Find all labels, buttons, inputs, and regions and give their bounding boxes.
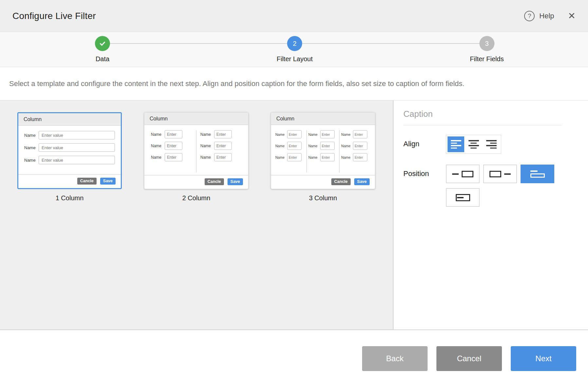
template-list: ColumnNameEnter valueNameEnter valueName…: [0, 100, 394, 329]
template-caption: 1 Column: [17, 194, 122, 202]
preview-header-label: Column: [24, 116, 42, 122]
preview-column: NameEnterNameEnterNameEnter: [339, 130, 372, 172]
preview-field-input: Enter: [165, 153, 182, 161]
preview-field-input: Enter: [353, 153, 367, 161]
template-card-2-column[interactable]: ColumnNameEnterNameEnterNameEnterNameEnt…: [144, 112, 248, 189]
preview-cancel-button: Cancle: [205, 178, 224, 186]
align-right-button[interactable]: [483, 136, 500, 152]
preview-body: NameEnterNameEnterNameEnterNameEnterName…: [271, 125, 375, 175]
preview-field-row: NameEnter: [200, 130, 242, 138]
preview-field-row: NameEnter: [151, 142, 192, 150]
preview-column: NameEnterNameEnterNameEnter: [274, 130, 306, 172]
field-rect-icon: [462, 171, 473, 177]
step-filter-fields[interactable]: 3Filter Fields: [470, 36, 504, 63]
preview-cancel-button: Cancle: [331, 178, 351, 186]
position-caption-inside-field-button[interactable]: [446, 188, 480, 207]
align-left-button[interactable]: [448, 136, 464, 152]
step-filter-layout[interactable]: 2Filter Layout: [277, 36, 313, 63]
preview-field-label: Name: [151, 155, 165, 160]
preview-field-label: Name: [275, 133, 287, 136]
step-circle-filter-layout: 2: [287, 36, 302, 51]
preview-field-row: NameEnter: [341, 142, 371, 150]
field-rect-icon: [530, 173, 545, 178]
preview-column: NameEnterNameEnterNameEnter: [306, 130, 340, 172]
step-data[interactable]: Data: [95, 36, 110, 63]
step-label: Filter Layout: [277, 55, 313, 63]
preview-field-row: NameEnter: [275, 130, 305, 138]
align-label: Align: [403, 135, 446, 148]
align-button-group: [446, 135, 501, 154]
help-label: Help: [539, 12, 554, 20]
preview-field-label: Name: [341, 133, 353, 136]
close-icon[interactable]: ✕: [568, 11, 576, 21]
preview-field-label: Name: [24, 158, 39, 163]
preview-column: NameEnterNameEnterNameEnter: [196, 130, 246, 172]
dialog-body: ColumnNameEnter valueNameEnter valueName…: [0, 100, 588, 329]
preview-field-row: NameEnter: [308, 153, 338, 161]
preview-field-row: NameEnter: [200, 142, 242, 150]
preview-field-label: Name: [151, 144, 165, 148]
preview-field-input: Enter value: [39, 131, 115, 139]
preview-header-label: Column: [276, 116, 294, 122]
preview-field-label: Name: [151, 132, 165, 137]
preview-field-label: Name: [308, 133, 320, 136]
preview-field-label: Name: [275, 155, 287, 159]
preview-footer: CancleSave: [144, 175, 248, 189]
position-caption-right-of-field-button[interactable]: [483, 165, 517, 183]
align-center-button[interactable]: [465, 136, 482, 152]
align-left-icon: [451, 140, 461, 149]
template-caption: 3 Column: [271, 194, 375, 202]
preview-field-label: Name: [341, 144, 353, 148]
step-number: 2: [293, 40, 296, 47]
preview-field-label: Name: [200, 144, 214, 148]
template-tile-2-column: ColumnNameEnterNameEnterNameEnterNameEnt…: [144, 112, 248, 202]
back-button[interactable]: Back: [362, 346, 428, 371]
preview-field-input: Enter: [165, 142, 182, 150]
preview-column: NameEnterNameEnterNameEnter: [147, 130, 196, 172]
preview-field-input: Enter: [214, 153, 232, 161]
preview-save-button: Save: [228, 178, 243, 186]
caption-above-icon: [530, 170, 545, 178]
template-card-1-column[interactable]: ColumnNameEnter valueNameEnter valueName…: [17, 112, 122, 189]
preview-field-row: NameEnter: [151, 130, 192, 138]
step-circle-data: [95, 36, 110, 51]
preview-field-input: Enter: [287, 153, 302, 161]
preview-field-label: Name: [308, 155, 320, 159]
caption-panel-divider: [403, 125, 562, 125]
preview-field-row: NameEnter value: [24, 143, 115, 152]
preview-field-input: Enter: [287, 142, 302, 150]
preview-field-row: NameEnter: [341, 130, 371, 138]
preview-field-input: Enter: [353, 142, 367, 150]
position-caption-above-field-button[interactable]: [521, 165, 554, 183]
template-caption: 2 Column: [144, 194, 248, 202]
preview-field-row: NameEnter: [151, 153, 192, 161]
preview-field-input: Enter: [214, 142, 232, 150]
position-caption-left-of-field-button[interactable]: [446, 165, 480, 183]
caption-panel: Caption Align Position: [394, 100, 588, 329]
preview-header: Column: [18, 113, 121, 126]
caption-dash-icon: [457, 197, 464, 198]
preview-field-input: Enter: [214, 130, 232, 138]
help-button[interactable]: ? Help: [524, 11, 554, 21]
next-button[interactable]: Next: [511, 346, 576, 371]
preview-save-button: Save: [100, 178, 116, 185]
preview-header: Column: [271, 113, 375, 125]
preview-footer: CancleSave: [271, 175, 375, 189]
preview-field-row: NameEnter: [341, 153, 371, 161]
preview-field-row: NameEnter: [200, 153, 242, 161]
caption-dash-icon: [452, 173, 459, 175]
preview-field-input: Enter: [320, 153, 335, 161]
align-center-icon: [469, 140, 479, 149]
preview-column: NameEnter valueNameEnter valueNameEnter …: [21, 131, 118, 172]
step-label: Filter Fields: [470, 55, 504, 63]
preview-cancel-button: Cancle: [77, 178, 97, 185]
template-card-3-column[interactable]: ColumnNameEnterNameEnterNameEnterNameEnt…: [271, 112, 375, 189]
preview-field-row: NameEnter: [308, 142, 338, 150]
preview-field-input: Enter: [165, 130, 182, 138]
cancel-button[interactable]: Cancel: [436, 346, 502, 371]
preview-field-input: Enter: [320, 142, 335, 150]
preview-save-button: Save: [354, 178, 370, 186]
preview-field-label: Name: [200, 132, 214, 137]
preview-body: NameEnter valueNameEnter valueNameEnter …: [18, 126, 121, 174]
preview-header: Column: [144, 113, 248, 125]
